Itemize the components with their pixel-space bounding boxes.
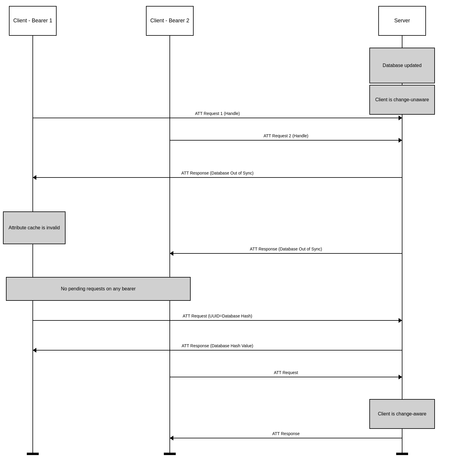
arrowhead-left-att-resp-hash — [33, 348, 36, 353]
actor-bearer1: Client - Bearer 1 — [9, 6, 57, 36]
actor-bearer2: Client - Bearer 2 — [146, 6, 194, 36]
arrowhead-right-att-req1 — [399, 116, 402, 120]
arrow-label-att-req2: ATT Request 2 (Handle) — [264, 133, 308, 138]
sequence-diagram: Client - Bearer 1Client - Bearer 2Server… — [0, 0, 476, 475]
lifeline-footer-ll-bearer2 — [164, 453, 176, 455]
arrow-label-att-req-uuid: ATT Request (UUID=Database Hash) — [183, 314, 252, 318]
arrow-label-att-resp-plain: ATT Response — [272, 431, 300, 436]
arrow-label-att-resp-hash: ATT Response (Database Hash Value) — [182, 343, 253, 348]
arrow-label-att-req1: ATT Request 1 (Handle) — [195, 111, 240, 116]
arrow-line-att-resp-hash — [33, 350, 402, 351]
state-client-change-aware: Client is change-aware — [369, 399, 435, 429]
arrow-line-att-req-uuid — [33, 320, 402, 321]
lifeline-ll-bearer2 — [169, 36, 170, 453]
lifeline-ll-bearer1 — [32, 36, 33, 453]
arrowhead-left-att-resp-sync1 — [33, 175, 36, 180]
arrow-line-att-req-plain — [170, 377, 402, 377]
arrow-line-att-resp-sync1 — [33, 177, 402, 178]
state-no-pending: No pending requests on any bearer — [6, 277, 191, 301]
arrowhead-right-att-req2 — [399, 138, 402, 143]
arrow-label-att-resp-sync1: ATT Response (Database Out of Sync) — [181, 171, 253, 175]
arrow-label-att-req-plain: ATT Request — [274, 370, 298, 375]
arrow-line-att-req2 — [170, 140, 402, 141]
actor-server: Server — [378, 6, 426, 36]
arrowhead-left-att-resp-sync2 — [170, 251, 173, 256]
arrowhead-right-att-req-uuid — [399, 318, 402, 323]
lifeline-footer-ll-bearer1 — [27, 453, 39, 455]
arrowhead-left-att-resp-plain — [170, 436, 173, 440]
arrow-label-att-resp-sync2: ATT Response (Database Out of Sync) — [250, 247, 322, 251]
state-db-updated: Database updated — [369, 48, 435, 83]
arrow-line-att-resp-sync2 — [170, 253, 402, 254]
state-client-change-unaware1: Client is change-unaware — [369, 85, 435, 115]
lifeline-footer-ll-server — [396, 453, 408, 455]
arrowhead-right-att-req-plain — [399, 375, 402, 379]
arrow-line-att-req1 — [33, 118, 402, 118]
arrow-line-att-resp-plain — [170, 438, 402, 438]
state-attr-cache-invalid: Attribute cache is invalid — [3, 211, 66, 244]
